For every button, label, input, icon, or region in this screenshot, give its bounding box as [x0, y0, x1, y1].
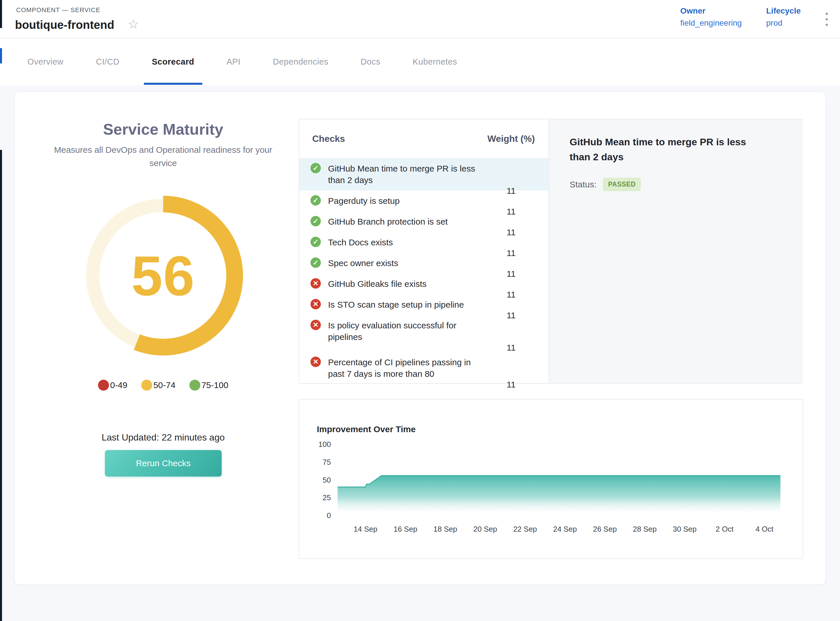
check-passed-icon: ✓	[310, 216, 321, 226]
check-weight: 11	[479, 380, 543, 389]
check-name: Is policy evaluation successful for pipe…	[328, 320, 478, 343]
check-row[interactable]: ✕GitHub Gitleaks file exists11	[299, 274, 549, 294]
rerun-checks-button[interactable]: Rerun Checks	[105, 450, 222, 477]
check-passed-icon: ✓	[310, 163, 321, 173]
legend-label: 50-74	[153, 380, 176, 390]
check-row[interactable]: ✕Is policy evaluation successful for pip…	[299, 315, 549, 352]
legend-item: 75-100	[189, 380, 228, 391]
check-row[interactable]: ✕Percentage of CI pipelines passing in p…	[299, 352, 549, 389]
star-icon[interactable]: ☆	[128, 18, 139, 30]
score-value: 56	[74, 186, 253, 365]
check-name: Tech Docs exists	[328, 237, 478, 248]
check-name: GitHub Mean time to merge PR is less tha…	[328, 163, 478, 186]
tab-ci-cd[interactable]: CI/CD	[96, 38, 120, 85]
check-row[interactable]: ✓GitHub Mean time to merge PR is less th…	[299, 158, 549, 191]
tab-docs[interactable]: Docs	[361, 38, 380, 85]
check-failed-icon: ✕	[310, 320, 321, 330]
svg-text:25: 25	[322, 493, 331, 502]
status-badge: PASSED	[603, 177, 641, 191]
improvement-chart-panel: Improvement Over Time 025507510014 Sep16…	[299, 399, 803, 559]
check-failed-icon: ✕	[310, 299, 321, 309]
svg-text:4 Oct: 4 Oct	[755, 525, 774, 533]
svg-text:0: 0	[327, 511, 331, 520]
legend-dot-icon	[141, 380, 152, 391]
scorecard-title: Service Maturity	[36, 120, 290, 138]
check-status-row: Status: PASSED	[570, 177, 641, 191]
check-row[interactable]: ✓GitHub Branch protection is set11	[299, 211, 549, 232]
svg-text:28 Sep: 28 Sep	[633, 525, 657, 533]
svg-text:50: 50	[322, 476, 331, 484]
page-title: boutique-frontend	[15, 18, 114, 32]
left-nav-edge-bottom	[0, 150, 2, 621]
tab-overview[interactable]: Overview	[27, 38, 64, 85]
checks-list: ✓GitHub Mean time to merge PR is less th…	[299, 158, 549, 389]
check-name: Pagerduty is setup	[328, 195, 478, 207]
svg-text:22 Sep: 22 Sep	[513, 525, 537, 533]
score-donut-chart: 56	[74, 186, 253, 365]
status-label: Status:	[570, 180, 596, 189]
legend-item: 0-49	[98, 380, 127, 391]
check-passed-icon: ✓	[310, 195, 321, 206]
check-passed-icon: ✓	[310, 237, 321, 247]
svg-text:75: 75	[322, 458, 331, 467]
checks-panel: Checks Weight (%) ✓GitHub Mean time to m…	[299, 119, 803, 384]
owner-value-link[interactable]: field_engineering	[680, 18, 742, 28]
tab-api[interactable]: API	[227, 38, 241, 85]
svg-text:2 Oct: 2 Oct	[716, 525, 734, 533]
checks-column-header: Checks	[312, 133, 345, 144]
lifecycle-block: Lifecycle prod	[766, 6, 801, 28]
owner-label: Owner	[680, 6, 742, 15]
breadcrumb: COMPONENT — SERVICE	[16, 6, 100, 14]
last-updated-text: Last Updated: 22 minutes ago	[36, 432, 290, 443]
check-row[interactable]: ✕Is STO scan stage setup in pipeline11	[299, 294, 549, 315]
check-name: Is STO scan stage setup in pipeline	[328, 299, 478, 310]
weight-column-header: Weight (%)	[479, 133, 543, 144]
scorecard-subtitle: Measures all DevOps and Operational read…	[42, 143, 284, 170]
legend-dot-icon	[189, 380, 200, 391]
svg-text:20 Sep: 20 Sep	[473, 525, 497, 533]
check-passed-icon: ✓	[310, 257, 321, 268]
svg-text:18 Sep: 18 Sep	[434, 525, 457, 533]
score-legend: 0-4950-7475-100	[36, 380, 290, 391]
check-row[interactable]: ✓Spec owner exists11	[299, 253, 549, 274]
tab-scorecard[interactable]: Scorecard	[152, 38, 194, 85]
tab-bar: OverviewCI/CDScorecardAPIDependenciesDoc…	[0, 38, 840, 85]
check-name: GitHub Gitleaks file exists	[328, 278, 478, 290]
lifecycle-value: prod	[766, 18, 801, 28]
svg-text:30 Sep: 30 Sep	[673, 525, 696, 533]
improvement-area-chart: 025507510014 Sep16 Sep18 Sep20 Sep22 Sep…	[299, 400, 804, 560]
tab-dependencies[interactable]: Dependencies	[273, 38, 328, 85]
legend-label: 0-49	[110, 380, 127, 390]
check-row[interactable]: ✓Tech Docs exists11	[299, 232, 549, 253]
tab-kubernetes[interactable]: Kubernetes	[413, 38, 457, 85]
legend-item: 50-74	[141, 380, 176, 391]
check-detail-title: GitHub Mean time to merge PR is less tha…	[570, 134, 757, 164]
page-content: Service Maturity Measures all DevOps and…	[0, 85, 840, 621]
check-failed-icon: ✕	[310, 278, 321, 289]
check-failed-icon: ✕	[310, 357, 321, 367]
svg-text:24 Sep: 24 Sep	[553, 525, 577, 533]
check-name: Spec owner exists	[328, 257, 478, 269]
left-nav-edge-top	[0, 0, 2, 28]
check-detail-panel: GitHub Mean time to merge PR is less tha…	[549, 120, 803, 383]
left-nav-active-indicator	[0, 48, 2, 64]
kebab-menu-icon[interactable]	[821, 9, 832, 29]
lifecycle-label: Lifecycle	[766, 6, 801, 15]
svg-text:26 Sep: 26 Sep	[593, 525, 617, 533]
page-header: COMPONENT — SERVICE boutique-frontend ☆ …	[0, 0, 840, 38]
checks-table-header: Checks Weight (%)	[299, 120, 549, 158]
owner-block: Owner field_engineering	[680, 6, 742, 28]
svg-text:16 Sep: 16 Sep	[394, 525, 417, 533]
legend-label: 75-100	[201, 380, 228, 390]
scorecard-card: Service Maturity Measures all DevOps and…	[14, 92, 826, 585]
check-name: Percentage of CI pipelines passing in pa…	[328, 357, 478, 380]
check-weight: 11	[479, 343, 543, 353]
legend-dot-icon	[98, 380, 109, 391]
svg-text:14 Sep: 14 Sep	[354, 525, 377, 533]
check-row[interactable]: ✓Pagerduty is setup11	[299, 191, 549, 211]
check-name: GitHub Branch protection is set	[328, 216, 478, 227]
svg-text:100: 100	[319, 440, 331, 448]
